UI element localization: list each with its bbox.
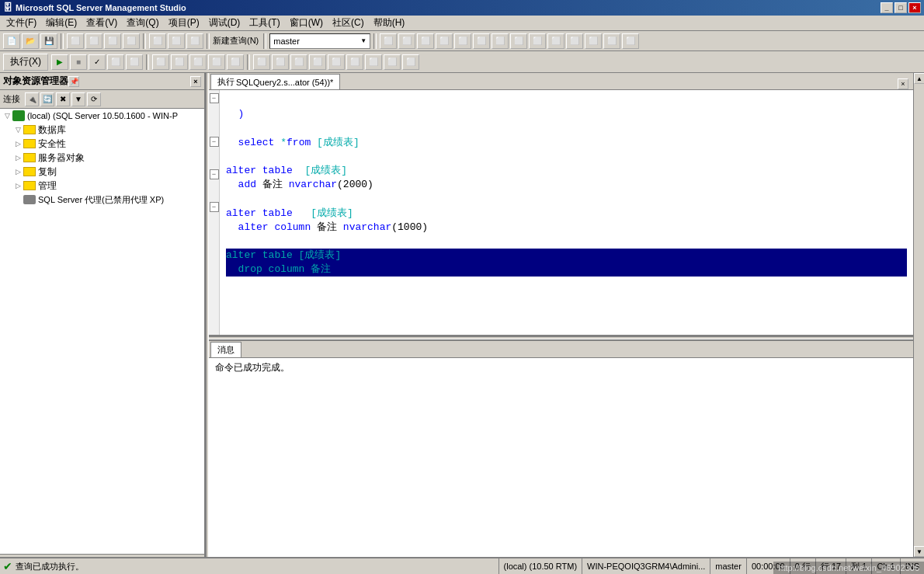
sidebar-item-management[interactable]: ▷ 管理 [0, 179, 204, 193]
sidebar-item-security[interactable]: ▷ 安全性 [0, 137, 204, 151]
tb-btn-18[interactable]: ⬜ [547, 33, 564, 49]
tb-btn-2[interactable]: ⬜ [67, 33, 84, 49]
tb2-btn-4[interactable]: ⬜ [107, 54, 124, 70]
server-label: (local) (SQL Server 10.50.1600 - WIN-P [27, 111, 178, 120]
tb-btn-10[interactable]: ⬜ [398, 33, 415, 49]
tb-btn-13[interactable]: ⬜ [454, 33, 471, 49]
sidebar-item-sql-agent[interactable]: ▷ SQL Server 代理(已禁用代理 XP) [0, 193, 204, 207]
fold-marker-4[interactable]: − [210, 202, 219, 212]
tb-btn-20[interactable]: ⬜ [585, 33, 602, 49]
scroll-up-btn[interactable]: ▲ [914, 73, 924, 84]
sidebar-close-button[interactable]: × [190, 76, 201, 87]
scroll-left-btn[interactable]: ◀ [209, 336, 220, 337]
db-dropdown[interactable]: master ▼ [269, 33, 370, 49]
sql-editor[interactable]: − − − − ) select *from [209, 90, 913, 336]
status-check-icon: ✔ [3, 560, 12, 572]
menu-query[interactable]: 查询(Q) [122, 15, 163, 31]
tb2-btn-5[interactable]: ⬜ [126, 54, 143, 70]
sql-code-area[interactable]: ) select *from [成绩表] alter table [成绩表] a… [220, 90, 913, 335]
sidebar-sync-btn[interactable]: ⟳ [87, 92, 101, 106]
tb2-btn-18[interactable]: ⬜ [384, 54, 401, 70]
tb2-btn-8[interactable]: ⬜ [189, 54, 207, 70]
scroll-right-btn[interactable]: ▶ [902, 336, 913, 337]
menu-file[interactable]: 文件(F) [2, 15, 41, 31]
tb2-btn-11[interactable]: ⬜ [253, 54, 270, 70]
sidebar-refresh-btn[interactable]: 🔄 [40, 92, 54, 106]
maximize-button[interactable]: □ [894, 2, 907, 13]
tb2-btn-19[interactable]: ⬜ [402, 54, 419, 70]
menu-edit[interactable]: 编辑(E) [41, 15, 82, 31]
editor-panel: 执行 SQLQuery2.s...ator (54))* × − [209, 73, 913, 557]
databases-label: 数据库 [38, 123, 66, 137]
menu-help[interactable]: 帮助(H) [369, 15, 410, 31]
sidebar-item-server[interactable]: ▽ (local) (SQL Server 10.50.1600 - WIN-P [0, 109, 204, 123]
sidebar-disconnect-btn[interactable]: ✖ [56, 92, 70, 106]
security-label: 安全性 [38, 137, 66, 151]
fold-marker-2[interactable]: − [210, 137, 219, 147]
editor-scrollbar-h[interactable]: ◀ ▶ [209, 335, 913, 336]
tb-btn-7[interactable]: ⬜ [168, 33, 185, 49]
menu-view[interactable]: 查看(V) [82, 15, 122, 31]
tb2-btn-12[interactable]: ⬜ [272, 54, 289, 70]
tb2-btn-15[interactable]: ⬜ [328, 54, 345, 70]
pin-button[interactable]: 📌 [68, 76, 79, 87]
sidebar-item-databases[interactable]: ▽ 数据库 [0, 123, 204, 137]
tb2-btn-14[interactable]: ⬜ [309, 54, 326, 70]
tb2-btn-17[interactable]: ⬜ [365, 54, 382, 70]
tb-btn-4[interactable]: ⬜ [104, 33, 121, 49]
tb-btn-11[interactable]: ⬜ [417, 33, 434, 49]
editor-scrollbar-v[interactable]: ▲ ▼ [913, 73, 924, 557]
tb2-btn-2[interactable]: ■ [70, 54, 87, 70]
sidebar-item-replication[interactable]: ▷ 复制 [0, 165, 204, 179]
menu-debug[interactable]: 调试(D) [204, 15, 245, 31]
tb-btn-12[interactable]: ⬜ [436, 33, 453, 49]
tb-btn-8[interactable]: ⬜ [186, 33, 203, 49]
tb-btn-19[interactable]: ⬜ [566, 33, 583, 49]
tb2-btn-10[interactable]: ⬜ [227, 54, 244, 70]
close-button[interactable]: × [908, 2, 921, 13]
tb2-btn-9[interactable]: ⬜ [208, 54, 225, 70]
tb-btn-16[interactable]: ⬜ [510, 33, 527, 49]
fold-marker-1[interactable]: − [210, 93, 219, 103]
status-db: master [710, 558, 746, 574]
save-btn[interactable]: 💾 [40, 33, 57, 49]
tb-btn-15[interactable]: ⬜ [492, 33, 509, 49]
tb2-btn-6[interactable]: ⬜ [152, 54, 169, 70]
tb-btn-3[interactable]: ⬜ [85, 33, 102, 49]
tb-sep-4 [263, 33, 266, 49]
tb-btn-6[interactable]: ⬜ [149, 33, 166, 49]
toolbar-1: 📄 📂 💾 ⬜ ⬜ ⬜ ⬜ ⬜ ⬜ ⬜ 新建查询(N) master ▼ ⬜ ⬜… [0, 31, 924, 51]
tb-btn-9[interactable]: ⬜ [380, 33, 397, 49]
tb2-btn-16[interactable]: ⬜ [346, 54, 363, 70]
menu-window[interactable]: 窗口(W) [285, 15, 328, 31]
sidebar-connect-btn[interactable]: 🔌 [25, 92, 39, 106]
results-tab-messages[interactable]: 消息 [210, 342, 241, 357]
minimize-button[interactable]: _ [881, 2, 893, 13]
tb-btn-21[interactable]: ⬜ [603, 33, 620, 49]
tb-btn-17[interactable]: ⬜ [529, 33, 546, 49]
tb-sep-5 [373, 33, 377, 49]
sidebar-tree: ▽ (local) (SQL Server 10.50.1600 - WIN-P… [0, 109, 204, 554]
scroll-down-btn[interactable]: ▼ [914, 546, 924, 557]
tb-btn-22[interactable]: ⬜ [622, 33, 639, 49]
tb2-btn-13[interactable]: ⬜ [290, 54, 307, 70]
open-btn[interactable]: 📂 [22, 33, 39, 49]
menu-tools[interactable]: 工具(T) [245, 15, 284, 31]
tb2-btn-7[interactable]: ⬜ [171, 54, 188, 70]
tb-btn-14[interactable]: ⬜ [473, 33, 490, 49]
tb-btn-5[interactable]: ⬜ [123, 33, 140, 49]
fold-marker-3[interactable]: − [210, 169, 219, 179]
status-query-success: 查询已成功执行。 [16, 561, 84, 572]
menu-community[interactable]: 社区(C) [328, 15, 369, 31]
scroll-thumb-v[interactable] [914, 84, 924, 546]
query-tab[interactable]: 执行 SQLQuery2.s...ator (54))* [210, 74, 340, 89]
app-icon: 🗄 [3, 2, 12, 13]
sidebar-item-server-objects[interactable]: ▷ 服务器对象 [0, 151, 204, 165]
execute-button[interactable]: 执行(X) [3, 54, 48, 71]
tab-close-btn[interactable]: × [898, 78, 908, 89]
menu-project[interactable]: 项目(P) [164, 15, 204, 31]
new-query-btn[interactable]: 📄 [3, 33, 20, 49]
sidebar-filter-btn[interactable]: ▼ [71, 92, 85, 106]
tb2-btn-3[interactable]: ✓ [89, 54, 106, 70]
tb2-btn-1[interactable]: ▶ [51, 54, 68, 70]
